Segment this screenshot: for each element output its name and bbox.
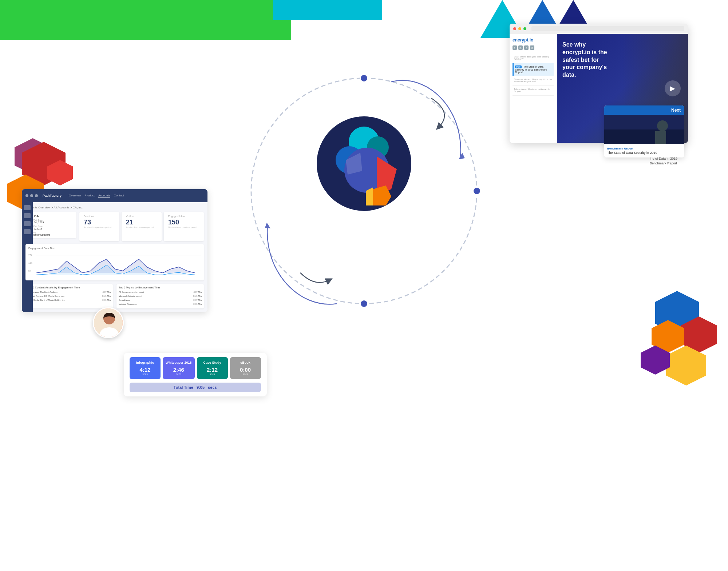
teal-bar: [273, 0, 382, 20]
green-bar: [0, 0, 291, 40]
total-time-value: 9:05: [197, 385, 205, 390]
nav-contact[interactable]: Contact: [114, 194, 124, 197]
sidebar-icon-4: [24, 229, 31, 234]
next-card-image: [604, 115, 684, 144]
nav-overview[interactable]: Overview: [69, 194, 81, 197]
browser-max-dot: [523, 27, 526, 30]
play-button-icon[interactable]: ▶: [665, 80, 681, 96]
sidebar-icon-1: [24, 205, 31, 210]
ebook-card: eBook 0:00 secs: [230, 357, 261, 379]
top-content-title: Top 5 Content Assets by Engagement Time: [28, 286, 111, 289]
browser-dot-1: [25, 194, 28, 197]
next-card-title: The State of Data Security in 2019: [607, 151, 681, 155]
table-row-2: Product Review: DC Media Gavel to... 31.…: [28, 294, 111, 298]
email-icon: @: [530, 45, 534, 50]
sessions-sub: As also than previous period: [84, 226, 115, 228]
account-info-title: FB, Inc.: [28, 214, 74, 217]
topics-row-1: All Secure detection count 48.7 Min: [119, 290, 202, 294]
engaged-sub: No more than previous period: [168, 226, 199, 228]
encrypt-sidebar-item-1[interactable]: Quiz: Where does your data security fall…: [513, 53, 554, 63]
sessions-stat: Sessions 73 As also than previous period: [79, 212, 119, 241]
pf-logo-in-card: PathFactory: [43, 194, 62, 197]
infographic-unit: secs: [132, 373, 158, 375]
svg-point-22: [657, 120, 668, 131]
svg-point-3: [360, 300, 368, 307]
linkedin-icon: in: [518, 45, 523, 50]
sidebar-icon-3: [24, 221, 31, 226]
sidebar-icon-2: [24, 213, 31, 218]
sessions-value: 73: [84, 219, 115, 226]
whitepaper-time: 2:46: [166, 367, 192, 373]
whitepaper-card: Whitepaper 2018 2:46 secs: [163, 357, 195, 379]
encrypt-sidebar-item-3[interactable]: Customer stories: Why encrypt.io is the …: [513, 76, 554, 86]
encrypt-sidebar-item-4[interactable]: Take a demo: What encrypt.io can do for …: [513, 86, 554, 96]
engaged-stat: Engaged Intent 150 No more than previous…: [164, 212, 204, 241]
next-recommendation-card: Next Benchmark Report The State of Data …: [604, 105, 684, 157]
svg-point-2: [473, 187, 480, 195]
infographic-card: Infographic 4:12 secs: [130, 357, 161, 379]
engaged-value: 150: [168, 219, 199, 226]
nav-accounts[interactable]: Accounts: [98, 194, 110, 197]
table-row-3: Case Study: Bank of Marin Gold in d... 1…: [28, 298, 111, 302]
svg-rect-21: [604, 129, 684, 144]
table-row-1: Whitepaper: The Most Audio.... 48.7 Min: [28, 290, 111, 294]
visitors-sub: As also than previous period: [126, 226, 157, 228]
twitter-icon: t: [513, 45, 517, 50]
whitepaper-label: Whitepaper 2018: [166, 361, 192, 364]
total-time-unit: secs: [208, 385, 217, 390]
top-topics-table: Top 5 Topics by Engagement Time All Secu…: [116, 284, 204, 308]
svg-text:25k: 25k: [28, 254, 32, 256]
next-card-header: Next: [604, 105, 684, 115]
ebook-label: eBook: [233, 361, 258, 364]
content-cards-wrapper: Infographic 4:12 secs Whitepaper 2018 2:…: [124, 353, 267, 396]
svg-point-1: [360, 75, 368, 82]
encrypt-browser-bar: [510, 24, 688, 34]
encrypt-sidebar-item-2[interactable]: PDF The State of Data Security in 2019 B…: [513, 63, 554, 76]
encrypt-logo: encrypt.io: [513, 37, 554, 43]
total-time-bar: Total Time 9:05 secs: [130, 383, 261, 392]
top-topics-title: Top 5 Topics by Engagement Time: [119, 286, 202, 289]
case-study-card: Case Study 2:12 secs: [197, 357, 228, 379]
analytics-dashboard-card: PathFactory Overview Product Accounts Co…: [22, 189, 207, 312]
ebook-unit: secs: [233, 373, 258, 375]
state-of-data-text: Ine of Data in 2019 Benchmark Report: [650, 156, 693, 165]
visitors-label: Visitors: [126, 215, 157, 217]
encrypt-headline: See why encrypt.io is the safest bet for…: [562, 41, 607, 79]
browser-min-dot: [518, 27, 521, 30]
sessions-label: Sessions: [84, 215, 115, 217]
engagement-chart: Engagement Over Time 25k 15k 5k: [25, 244, 204, 280]
engaged-label: Engaged Intent: [168, 215, 199, 217]
svg-rect-23: [655, 131, 666, 144]
case-study-unit: secs: [200, 373, 225, 375]
next-card-tag: Benchmark Report: [607, 147, 681, 150]
analytics-browser-bar: PathFactory Overview Product Accounts Co…: [22, 189, 207, 202]
infographic-label: Infographic: [132, 361, 158, 364]
topics-row-4: Incident Response 19.1 Min: [119, 302, 202, 306]
browser-dot-2: [30, 194, 33, 197]
svg-marker-4: [459, 153, 465, 159]
encrypt-social-icons: t in f @: [513, 45, 554, 50]
svg-text:15k: 15k: [28, 262, 32, 264]
chart-title: Engagement Over Time: [28, 247, 201, 249]
browser-dot-3: [35, 194, 38, 197]
person-avatar: [93, 307, 124, 338]
next-card-body: Benchmark Report The State of Data Secur…: [604, 144, 684, 157]
case-study-label: Case Study: [200, 361, 225, 364]
nav-product[interactable]: Product: [84, 194, 95, 197]
infographic-time: 4:12: [132, 367, 158, 373]
topics-row-2: Microsoft Attestor count! 31.1 Min: [119, 294, 202, 298]
visitors-value: 21: [126, 219, 157, 226]
topics-row-3: Compliance 19.7 Min: [119, 298, 202, 302]
total-time-label: Total Time: [174, 385, 193, 390]
facebook-icon: f: [524, 45, 529, 50]
ebook-time: 0:00: [233, 367, 258, 373]
svg-marker-5: [265, 223, 270, 228]
top-content-table: Top 5 Content Assets by Engagement Time …: [25, 284, 113, 308]
browser-close-dot: [513, 27, 516, 30]
analytics-breadcrumb: Accounts Overview > All Accounts > CA, I…: [25, 206, 204, 209]
case-study-time: 2:12: [200, 367, 225, 373]
encrypt-sidebar: encrypt.io t in f @ Quiz: Where does you…: [510, 34, 557, 143]
svg-text:5k: 5k: [28, 269, 31, 272]
pathfactory-logo-center: [313, 113, 415, 215]
whitepaper-unit: secs: [166, 373, 192, 375]
